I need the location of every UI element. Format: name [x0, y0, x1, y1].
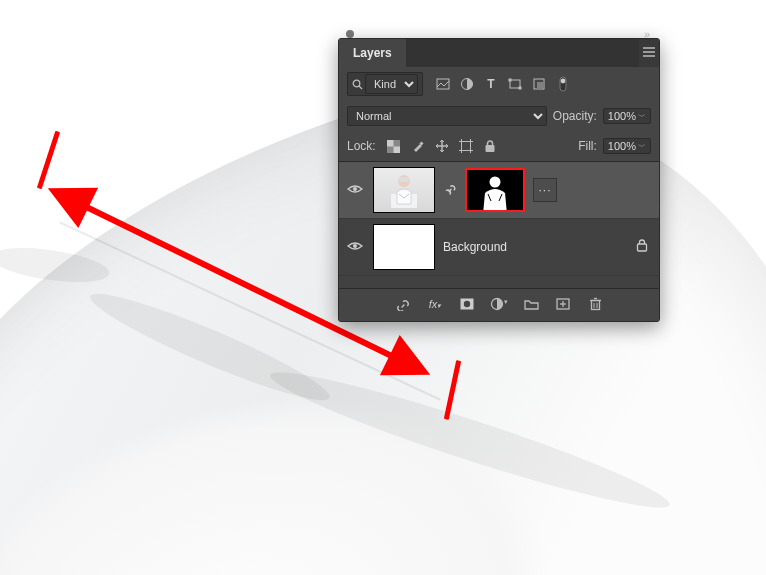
layer-row[interactable]: Background	[339, 219, 659, 276]
mask-link-icon[interactable]	[443, 183, 457, 198]
lock-transparency-icon[interactable]	[384, 136, 404, 156]
smartobject-layer-filter-icon[interactable]	[529, 74, 549, 94]
blend-mode-dropdown[interactable]: Normal	[347, 106, 547, 126]
lock-paint-icon[interactable]	[408, 136, 428, 156]
svg-rect-12	[537, 82, 543, 88]
layer-properties-button[interactable]: ···	[533, 178, 557, 202]
svg-rect-6	[437, 79, 449, 89]
layers-tab[interactable]: Layers	[339, 39, 406, 67]
visibility-toggle[interactable]	[347, 240, 365, 255]
panel-menu-icon[interactable]	[639, 46, 659, 60]
layer-name[interactable]: Background	[443, 240, 625, 254]
svg-point-30	[353, 244, 357, 248]
svg-rect-19	[461, 142, 470, 151]
document-canvas: » Layers Kind T Normal	[0, 0, 766, 575]
window-traffic-lights[interactable]	[346, 30, 354, 38]
layer-list: ··· Background	[339, 161, 659, 289]
svg-point-29	[490, 177, 501, 188]
layer-list-empty	[339, 276, 659, 288]
mask-silhouette-icon	[477, 174, 513, 212]
svg-point-14	[561, 79, 566, 84]
layers-panel: Layers Kind T Normal Opacity: 10	[338, 38, 660, 322]
panel-footer: fx▾ ▾	[339, 289, 659, 321]
fill-label: Fill:	[578, 139, 597, 153]
chevron-down-icon: ﹀	[638, 111, 646, 122]
filter-toggle-switch[interactable]	[553, 74, 573, 94]
svg-rect-17	[394, 146, 401, 153]
svg-point-33	[464, 301, 470, 307]
filter-type-dropdown[interactable]: Kind	[347, 72, 423, 96]
layer-fx-icon[interactable]: fx▾	[426, 296, 444, 312]
window-close-dot[interactable]	[346, 30, 354, 38]
svg-rect-9	[509, 79, 512, 82]
svg-line-5	[359, 86, 362, 89]
lock-artboard-icon[interactable]	[456, 136, 476, 156]
svg-rect-31	[638, 244, 647, 251]
group-layers-icon[interactable]	[522, 296, 540, 312]
type-layer-filter-icon[interactable]: T	[481, 74, 501, 94]
layer-lock-icon[interactable]	[633, 239, 651, 255]
svg-rect-28	[399, 177, 409, 182]
blend-row: Normal Opacity: 100%﹀	[339, 101, 659, 131]
pixel-layer-filter-icon[interactable]	[433, 74, 453, 94]
tabbar-spacer	[406, 39, 639, 67]
svg-rect-24	[485, 145, 494, 152]
new-layer-icon[interactable]	[554, 296, 572, 312]
layer-mask-thumbnail[interactable]	[465, 168, 525, 212]
svg-point-25	[353, 187, 357, 191]
svg-point-4	[353, 80, 360, 87]
search-icon	[352, 79, 363, 90]
chevron-down-icon: ﹀	[638, 141, 646, 152]
lock-position-icon[interactable]	[432, 136, 452, 156]
layer-thumbnail[interactable]	[373, 224, 435, 270]
svg-rect-10	[519, 87, 522, 90]
fill-field[interactable]: 100%﹀	[603, 138, 651, 154]
adjustment-layer-icon[interactable]: ▾	[490, 296, 508, 312]
add-mask-icon[interactable]	[458, 296, 476, 312]
svg-rect-16	[387, 140, 394, 147]
svg-rect-38	[591, 301, 599, 310]
link-layers-icon[interactable]	[394, 296, 412, 312]
layer-row[interactable]: ···	[339, 162, 659, 219]
filter-icons: T	[433, 74, 573, 94]
lock-all-icon[interactable]	[480, 136, 500, 156]
delete-layer-icon[interactable]	[586, 296, 604, 312]
filter-row: Kind T	[339, 67, 659, 101]
visibility-toggle[interactable]	[347, 183, 365, 198]
lock-row: Lock: Fill: 100%﹀	[339, 131, 659, 161]
person-thumbnail-icon	[391, 172, 417, 208]
adjustment-layer-filter-icon[interactable]	[457, 74, 477, 94]
opacity-label: Opacity:	[553, 109, 597, 123]
lock-label: Lock:	[347, 139, 376, 153]
shape-layer-filter-icon[interactable]	[505, 74, 525, 94]
panel-tabbar: Layers	[339, 39, 659, 67]
opacity-field[interactable]: 100%﹀	[603, 108, 651, 124]
layer-thumbnail[interactable]	[373, 167, 435, 213]
